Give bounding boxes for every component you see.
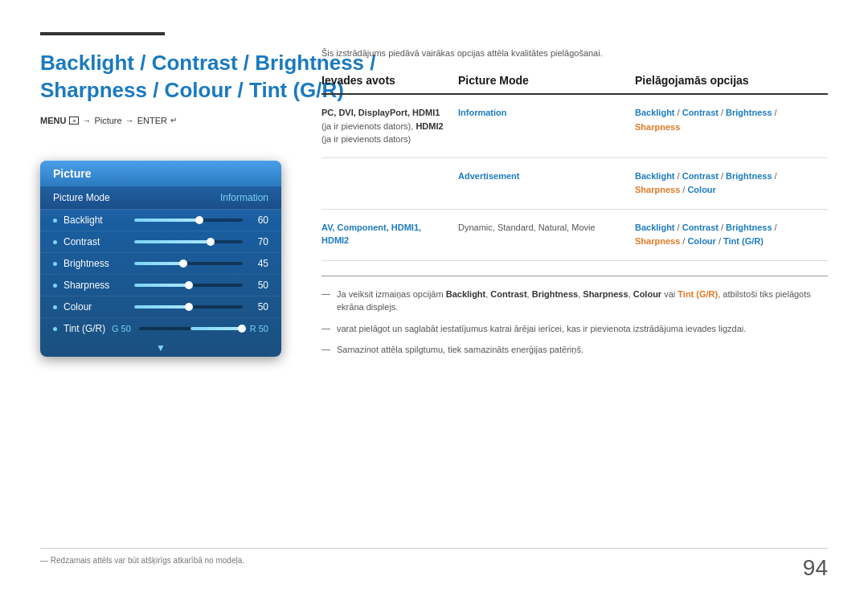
slider-dot	[53, 305, 57, 309]
slider-label: Contrast	[63, 236, 128, 247]
slider-dot	[53, 262, 57, 266]
table-divider	[321, 276, 828, 276]
enter-icon: ↵	[170, 116, 177, 125]
picture-header: Picture	[40, 161, 281, 186]
slider-label: Backlight	[63, 215, 128, 226]
slider-dot	[53, 219, 57, 223]
slider-row: Backlight 60	[40, 210, 281, 231]
note-text: Samazinot attēla spilgtumu, tiek samazin…	[337, 343, 583, 357]
slider-row: Colour 50	[40, 296, 281, 318]
slider-fill	[134, 240, 211, 243]
slider-value: 45	[249, 258, 268, 269]
slider-track	[134, 284, 243, 287]
tint-row: Tint (G/R) G 50 R 50	[40, 318, 281, 339]
note-item: ― Ja veiksit izmaiņas opcijām Backlight,…	[321, 288, 828, 314]
slider-row: Sharpness 50	[40, 275, 281, 296]
slider-label: Sharpness	[63, 280, 128, 291]
info-table: Ievades avots Picture Mode Pielāgojamās …	[321, 74, 828, 261]
note-text: varat pielāgot un saglabāt iestatījumus …	[337, 322, 746, 336]
slider-fill	[134, 305, 189, 309]
row1-options: Backlight / Contrast / Brightness / Shar…	[635, 106, 828, 134]
top-accent-line	[40, 32, 165, 35]
bottom-line	[40, 548, 828, 549]
tint-thumb	[238, 325, 246, 333]
tint-dot	[53, 327, 57, 331]
table-row: AV, Component, HDMI1, HDMI2 Dynamic, Sta…	[321, 210, 828, 261]
menu-arrow1: →	[82, 116, 91, 125]
tint-g-label: G 50	[112, 324, 131, 333]
slider-thumb	[179, 260, 187, 268]
slider-row: Contrast 70	[40, 231, 281, 253]
menu-picture-label: Picture	[94, 116, 121, 125]
note-text: Ja veiksit izmaiņas opcijām Backlight, C…	[337, 288, 828, 314]
slider-track	[134, 262, 243, 265]
slider-dot	[53, 284, 57, 288]
chevron-row: ▼	[40, 339, 281, 357]
note-dash: ―	[321, 344, 330, 353]
row2-options: Backlight / Contrast / Brightness / Shar…	[635, 170, 828, 198]
row3-source: AV, Component, HDMI1, HDMI2	[321, 221, 458, 247]
slider-thumb	[195, 216, 203, 224]
bottom-note: Redzamais attēls var būt atšķirīgs atkar…	[40, 556, 244, 565]
tint-r-fill	[190, 327, 242, 330]
note-item: ― varat pielāgot un saglabāt iestatījumu…	[321, 322, 828, 336]
menu-arrow2: →	[125, 116, 134, 125]
intro-text: Šis izstrādājums piedāvā vairākas opcija…	[321, 48, 828, 58]
picture-box: Picture Picture Mode Information Backlig…	[40, 161, 281, 357]
menu-icon: MENU	[40, 116, 66, 125]
picture-mode-row: Picture Mode Information	[40, 186, 281, 210]
menu-box-icon: ≡	[69, 116, 79, 125]
right-panel: Šis izstrādājums piedāvā vairākas opcija…	[321, 48, 828, 365]
slider-thumb	[207, 238, 215, 246]
menu-enter-label: ENTER	[137, 116, 167, 125]
slider-fill	[134, 284, 189, 287]
slider-thumb	[185, 303, 193, 311]
slider-fill	[134, 219, 199, 222]
slider-label: Colour	[63, 301, 128, 313]
slider-fill	[134, 262, 183, 265]
tint-track	[139, 327, 242, 330]
table-header-row: Ievades avots Picture Mode Pielāgojamās …	[321, 74, 828, 95]
row3-mode: Dynamic, Standard, Natural, Movie	[458, 221, 635, 235]
row1-mode: Information	[458, 106, 635, 120]
picture-mode-label: Picture Mode	[53, 192, 110, 203]
slider-value: 70	[249, 236, 268, 247]
col3-header: Pielāgojamās opcijas	[635, 74, 828, 87]
slider-value: 50	[249, 280, 268, 291]
picture-mode-value: Information	[220, 192, 268, 203]
row2-mode: Advertisement	[458, 170, 635, 183]
page-number: 94	[803, 555, 828, 581]
col1-header: Ievades avots	[321, 74, 458, 87]
notes-section: ― Ja veiksit izmaiņas opcijām Backlight,…	[321, 288, 828, 357]
slider-thumb	[185, 281, 193, 289]
slider-value: 60	[249, 215, 268, 226]
slider-dot	[53, 240, 57, 244]
sliders-container: Backlight 60 Contrast 70 Brightness 45 S…	[40, 210, 281, 318]
note-item: ― Samazinot attēla spilgtumu, tiek samaz…	[321, 343, 828, 357]
chevron-down-icon: ▼	[156, 342, 166, 353]
tint-label: Tint (G/R)	[63, 323, 112, 334]
note-dash: ―	[321, 288, 330, 298]
col2-header: Picture Mode	[458, 74, 635, 87]
slider-track	[134, 219, 243, 222]
slider-value: 50	[249, 301, 268, 313]
table-row: PC, DVI, DisplayPort, HDMI1 (ja ir pievi…	[321, 95, 828, 158]
note-dash: ―	[321, 323, 330, 333]
table-row: Advertisement Backlight / Contrast / Bri…	[321, 158, 828, 210]
tint-r-label: R 50	[250, 324, 268, 333]
row1-source: PC, DVI, DisplayPort, HDMI1 (ja ir pievi…	[321, 106, 458, 146]
main-title-line2: Sharpness / Colour / Tint (G/R)	[40, 78, 344, 102]
slider-label: Brightness	[63, 258, 128, 269]
slider-track	[134, 240, 243, 243]
picture-panel: Picture Picture Mode Information Backlig…	[40, 161, 281, 357]
slider-track	[134, 305, 243, 309]
row3-options: Backlight / Contrast / Brightness / Shar…	[635, 221, 828, 249]
slider-row: Brightness 45	[40, 253, 281, 275]
